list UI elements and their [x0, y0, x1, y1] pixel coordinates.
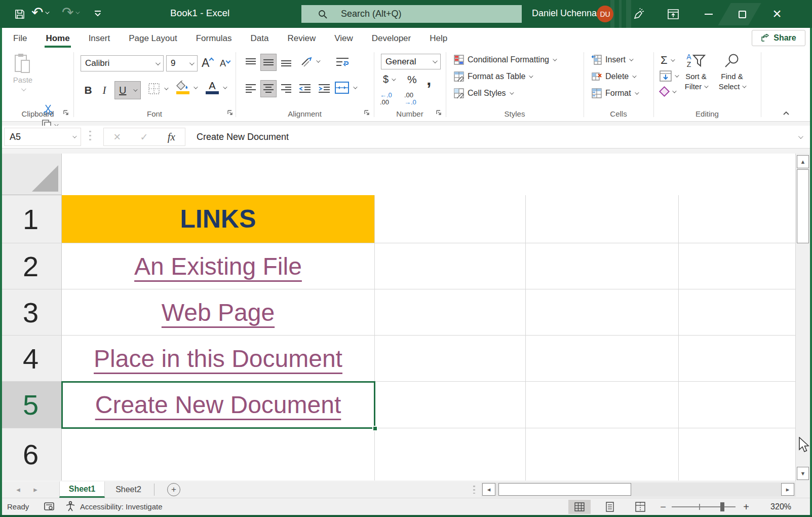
page-layout-view-button[interactable] [599, 500, 621, 514]
redo-button[interactable]: ↷ [62, 4, 79, 21]
cell-c2[interactable] [526, 243, 679, 289]
align-bottom-button[interactable] [279, 55, 294, 70]
tab-home[interactable]: Home [45, 28, 70, 49]
coming-soon-button[interactable] [631, 7, 646, 22]
merge-center-button[interactable] [334, 81, 356, 94]
zoom-out-button[interactable]: − [656, 500, 670, 513]
cell-a2[interactable]: An Existing File [62, 243, 375, 289]
accessibility-status[interactable]: Accessibility: Investigate [65, 501, 163, 512]
comma-style-button[interactable]: , [427, 69, 431, 89]
cell-b6[interactable] [375, 428, 526, 481]
collapse-ribbon-button[interactable] [780, 108, 792, 118]
paste-button[interactable]: Paste [9, 53, 36, 101]
formula-input[interactable]: Create New Document [189, 128, 792, 146]
decrease-indent-button[interactable] [297, 81, 313, 96]
customize-quick-access-toolbar-button[interactable] [92, 8, 103, 19]
font-color-button[interactable]: A [206, 81, 226, 94]
sheet-nav-prev-button[interactable]: ◂ [11, 484, 25, 496]
increase-decimal-button[interactable]: ←.0 .00 [380, 92, 392, 106]
find-select-button[interactable]: Find & Select [715, 53, 749, 92]
tab-formulas[interactable]: Formulas [195, 28, 233, 49]
zoom-in-button[interactable]: + [740, 500, 753, 513]
align-left-button[interactable] [243, 81, 258, 96]
align-center-button[interactable] [260, 80, 277, 97]
sheet-nav-next-button[interactable]: ▸ [28, 484, 43, 496]
vertical-scrollbar[interactable]: ▲ ▼ [795, 154, 810, 482]
number-format-combo[interactable]: General [381, 54, 441, 69]
cell-c5[interactable] [526, 382, 679, 428]
search-box[interactable]: Search (Alt+Q) [301, 5, 522, 23]
row-header-1[interactable]: 1 [0, 195, 62, 243]
horizontal-scrollbar[interactable]: ◂ ▸ [481, 483, 796, 497]
align-right-button[interactable] [279, 81, 294, 96]
row-header-6[interactable]: 6 [0, 428, 62, 481]
font-dialog-launcher[interactable] [226, 108, 234, 117]
name-box-resize-handle[interactable] [89, 131, 91, 143]
cell-a6[interactable] [62, 428, 375, 481]
cell-b2[interactable] [375, 243, 526, 289]
normal-view-button[interactable] [568, 500, 591, 514]
decrease-decimal-button[interactable]: .00 →.0 [404, 92, 416, 106]
decrease-font-size-button[interactable]: A [220, 58, 230, 69]
tab-help[interactable]: Help [429, 28, 448, 49]
increase-indent-button[interactable] [316, 81, 332, 96]
vertical-scrollbar-thumb[interactable] [797, 169, 809, 243]
select-all-corner[interactable] [0, 154, 62, 195]
sheet-tab-sheet1[interactable]: Sheet1 [59, 482, 105, 498]
maximize-button[interactable] [733, 7, 751, 22]
macro-record-button[interactable] [43, 501, 56, 513]
scroll-up-button[interactable]: ▲ [797, 155, 809, 168]
account-name[interactable]: Daniel Uchenna [532, 8, 597, 19]
row-header-3[interactable]: 3 [0, 289, 62, 336]
name-box[interactable]: A5 [4, 128, 81, 146]
format-as-table-button[interactable]: Format as Table [454, 71, 532, 82]
cell-d6[interactable] [679, 428, 795, 481]
cell-d2[interactable] [679, 243, 795, 289]
cancel-icon[interactable]: × [113, 130, 121, 144]
share-button[interactable]: Share [752, 30, 805, 46]
font-size-combo[interactable]: 9 [166, 55, 198, 71]
cell-d5[interactable] [679, 382, 795, 428]
bold-button[interactable]: B [81, 82, 95, 99]
tab-data[interactable]: Data [250, 28, 270, 49]
percent-style-button[interactable]: % [407, 73, 417, 86]
save-button[interactable] [13, 8, 26, 21]
fill-handle[interactable] [372, 426, 378, 431]
tab-insert[interactable]: Insert [88, 28, 111, 49]
align-top-button[interactable] [243, 55, 258, 70]
page-break-preview-button[interactable] [629, 500, 651, 514]
close-button[interactable]: × [767, 3, 787, 24]
cell-d3[interactable] [679, 289, 795, 336]
tab-scrollbar-splitter[interactable] [473, 486, 475, 494]
row-header-4[interactable]: 4 [0, 336, 62, 382]
add-sheet-button[interactable]: + [167, 483, 180, 496]
cell-a4[interactable]: Place in this Document [62, 336, 375, 382]
avatar[interactable]: DU [597, 6, 613, 22]
wrap-text-button[interactable] [332, 54, 353, 71]
cell-c1[interactable] [526, 195, 679, 243]
clipboard-dialog-launcher[interactable] [62, 108, 70, 117]
scroll-right-button[interactable]: ▸ [781, 483, 794, 496]
tab-file[interactable]: File [12, 28, 28, 49]
italic-button[interactable]: I [98, 82, 110, 99]
expand-formula-bar-button[interactable] [793, 131, 806, 143]
zoom-slider-thumb[interactable] [720, 502, 724, 511]
autosum-button[interactable]: Σ [661, 54, 674, 67]
cell-d4[interactable] [679, 336, 795, 382]
cell-a1[interactable]: LINKS [62, 195, 375, 243]
horizontal-scrollbar-thumb[interactable] [498, 483, 631, 496]
zoom-level[interactable]: 320% [761, 502, 791, 511]
conditional-formatting-button[interactable]: Conditional Formatting [454, 55, 556, 65]
enter-icon[interactable]: ✓ [140, 131, 148, 143]
cell-d1[interactable] [679, 195, 795, 243]
ribbon-display-options-button[interactable] [666, 7, 681, 22]
cell-styles-button[interactable]: Cell Styles [454, 88, 513, 98]
row-header-2[interactable]: 2 [0, 243, 62, 289]
align-middle-button[interactable] [260, 54, 277, 71]
clear-button[interactable] [661, 88, 675, 95]
minimize-button[interactable] [700, 7, 717, 22]
insert-function-button[interactable]: fx [168, 131, 175, 143]
cell-c4[interactable] [526, 336, 679, 382]
row-header-5[interactable]: 5 [0, 382, 62, 428]
cell-a3[interactable]: Web Page [62, 289, 375, 336]
